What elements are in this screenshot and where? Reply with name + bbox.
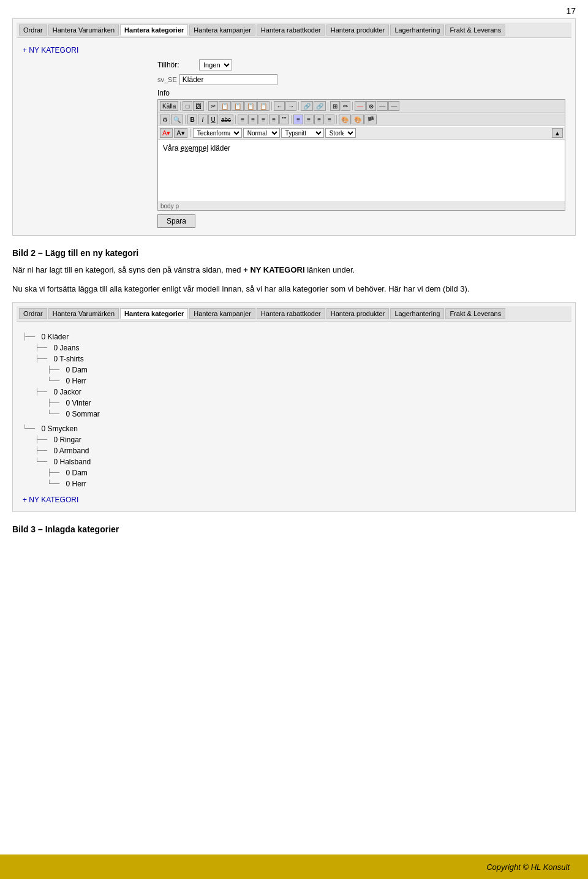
nav-kampanjer[interactable]: Hantera kampanjer bbox=[189, 25, 255, 36]
footer-copyright: Copyright © HL Konsult bbox=[486, 862, 570, 872]
tb-paste2[interactable]: 📋 bbox=[244, 101, 257, 111]
tree-label-dam1[interactable]: 0 Dam bbox=[64, 365, 90, 375]
nav-rabattkoder[interactable]: Hantera rabattkoder bbox=[257, 25, 325, 36]
nav-frakt[interactable]: Frakt & Leverans bbox=[445, 25, 505, 36]
tb-minus1[interactable]: — bbox=[377, 101, 388, 111]
add-kategori-link-2[interactable]: + NY KATEGORI bbox=[23, 496, 78, 504]
tree-label-jackor[interactable]: 0 Jackor bbox=[51, 387, 84, 397]
tb-typsnitt[interactable]: Typsnitt bbox=[281, 128, 324, 138]
tb-pencil[interactable]: ✏ bbox=[341, 101, 350, 111]
tree-item-halsband: └── 0 Halsband bbox=[23, 456, 565, 467]
tb-bg-color[interactable]: A▾ bbox=[174, 128, 187, 138]
sep8 bbox=[235, 115, 236, 124]
editor-statusbar: body p bbox=[158, 202, 565, 210]
nav2-ordrar[interactable]: Ordrar bbox=[19, 308, 47, 319]
nav-ordrar[interactable]: Ordrar bbox=[19, 25, 47, 36]
tb-img[interactable]: 🖼 bbox=[193, 101, 204, 111]
tb-copy[interactable]: 📋 bbox=[219, 101, 231, 111]
nav-lagerhantering[interactable]: Lagerhantering bbox=[390, 25, 444, 36]
nav2-lagerhantering[interactable]: Lagerhantering bbox=[390, 308, 444, 319]
tb-normal[interactable]: Normal bbox=[243, 128, 280, 138]
editor-underline-word: exempel bbox=[181, 144, 208, 153]
nav2-rabattkoder[interactable]: Hantera rabattkoder bbox=[257, 308, 325, 319]
tb-paste[interactable]: 📋 bbox=[232, 101, 244, 111]
tree-label-smycken[interactable]: 0 Smycken bbox=[39, 424, 80, 434]
tree-label-vinter[interactable]: 0 Vinter bbox=[64, 398, 94, 408]
tb-strike[interactable]: abc bbox=[219, 115, 233, 124]
highlight-text: + NY KATEGORI bbox=[243, 265, 304, 274]
tb-table[interactable]: ⊞ bbox=[330, 101, 340, 111]
tree-label-tshirts[interactable]: 0 T-shirts bbox=[51, 354, 86, 364]
tree-item-jackor: ├── 0 Jackor bbox=[23, 387, 565, 398]
tb-stop[interactable]: ⊗ bbox=[366, 101, 376, 111]
tree-item-smycken: └── 0 Smycken bbox=[23, 423, 565, 434]
tb-bold[interactable]: B bbox=[187, 115, 197, 124]
sep10 bbox=[336, 115, 337, 124]
tb-paste3[interactable]: 📋 bbox=[257, 101, 270, 111]
nav2-produkter[interactable]: Hantera produkter bbox=[326, 308, 390, 319]
tb-cut[interactable]: ✂ bbox=[208, 101, 218, 111]
tb-hr[interactable]: — bbox=[355, 101, 366, 111]
tillhor-select[interactable]: Ingen bbox=[199, 59, 232, 70]
tree-label-armband[interactable]: 0 Armband bbox=[51, 446, 92, 456]
tree-label-jeans[interactable]: 0 Jeans bbox=[51, 343, 82, 353]
tree-label-herr1[interactable]: 0 Herr bbox=[64, 376, 89, 386]
tb-teckenformat[interactable]: Teckenformat bbox=[193, 128, 242, 138]
tree-item-jeans: ├── 0 Jeans bbox=[23, 342, 565, 353]
tb-expand[interactable]: ▲ bbox=[552, 128, 563, 138]
nav-varumärken[interactable]: Hantera Varumärken bbox=[48, 25, 119, 36]
tree-item-dam1: ├── 0 Dam bbox=[23, 364, 565, 375]
sep4 bbox=[298, 102, 299, 110]
tree-label-halsband[interactable]: 0 Halsband bbox=[51, 457, 94, 467]
nav-produkter[interactable]: Hantera produkter bbox=[326, 25, 390, 36]
nav2-kampanjer[interactable]: Hantera kampanjer bbox=[189, 308, 255, 319]
tb-color2[interactable]: 🎨 bbox=[352, 115, 364, 124]
nav2-varumärken[interactable]: Hantera Varumärken bbox=[48, 308, 119, 319]
tb-link[interactable]: 🔗 bbox=[301, 101, 313, 111]
tb-color1[interactable]: 🎨 bbox=[339, 115, 351, 124]
panel2-screenshot: Ordrar Hantera Varumärken Hantera katego… bbox=[12, 302, 576, 512]
nav-kategorier[interactable]: Hantera kategorier bbox=[120, 25, 188, 36]
nav2-frakt[interactable]: Frakt & Leverans bbox=[445, 308, 505, 319]
body-paragraph-2: Nu ska vi fortsätta lägga till alla kate… bbox=[12, 283, 576, 296]
tb-ol[interactable]: ≡ bbox=[238, 115, 247, 124]
tb-underline[interactable]: U bbox=[208, 115, 218, 124]
tb-align-right[interactable]: ≡ bbox=[314, 115, 324, 124]
tree-item-herr2: └── 0 Herr bbox=[23, 478, 565, 489]
info-label: Info bbox=[157, 89, 565, 97]
tb-italic[interactable]: I bbox=[198, 115, 208, 124]
footer: Copyright © HL Konsult bbox=[0, 854, 588, 879]
tree-label-herr2[interactable]: 0 Herr bbox=[64, 479, 89, 489]
tb-indent-more[interactable]: ≡ bbox=[269, 115, 279, 124]
tb-align-center[interactable]: ≡ bbox=[304, 115, 314, 124]
tillhor-row: Tillhör: Ingen bbox=[157, 59, 565, 70]
tb-align-justify[interactable]: ≡ bbox=[325, 115, 334, 124]
tb-flag[interactable]: 🏴 bbox=[364, 115, 377, 124]
tree-label-kläder[interactable]: 0 Kläder bbox=[39, 332, 72, 342]
tree-item-ringar: ├── 0 Ringar bbox=[23, 434, 565, 445]
tb-font-color[interactable]: A▾ bbox=[160, 128, 173, 138]
svse-input[interactable] bbox=[179, 74, 277, 85]
save-button[interactable]: Spara bbox=[157, 214, 195, 228]
nav2-kategorier[interactable]: Hantera kategorier bbox=[120, 308, 188, 319]
tb-storlek[interactable]: Storlek bbox=[325, 128, 356, 138]
nav-bar-1: Ordrar Hantera Varumärken Hantera katego… bbox=[17, 23, 571, 38]
tb-indent-less[interactable]: ≡ bbox=[258, 115, 268, 124]
sep11 bbox=[190, 129, 190, 137]
tb-blockquote[interactable]: "" bbox=[279, 115, 289, 124]
tb-config[interactable]: ⚙ bbox=[160, 115, 170, 124]
tb-undo[interactable]: ← bbox=[274, 101, 285, 111]
tb-search[interactable]: 🔍 bbox=[171, 115, 183, 124]
tb-ul[interactable]: ≡ bbox=[248, 115, 258, 124]
tb-new[interactable]: □ bbox=[183, 101, 192, 111]
tb-unlink[interactable]: 🔗 bbox=[314, 101, 326, 111]
tb-align-left[interactable]: ≡ bbox=[293, 115, 303, 124]
tb-source[interactable]: Källa bbox=[160, 101, 178, 111]
tree-label-sommar[interactable]: 0 Sommar bbox=[64, 409, 102, 419]
tb-minus2[interactable]: — bbox=[388, 101, 399, 111]
add-kategori-link[interactable]: + NY KATEGORI bbox=[23, 46, 78, 55]
tree-label-ringar[interactable]: 0 Ringar bbox=[51, 435, 84, 445]
tree-label-dam2[interactable]: 0 Dam bbox=[64, 468, 90, 478]
editor-body[interactable]: Våra exempel kläder bbox=[158, 140, 565, 202]
tb-redo[interactable]: → bbox=[285, 101, 296, 111]
